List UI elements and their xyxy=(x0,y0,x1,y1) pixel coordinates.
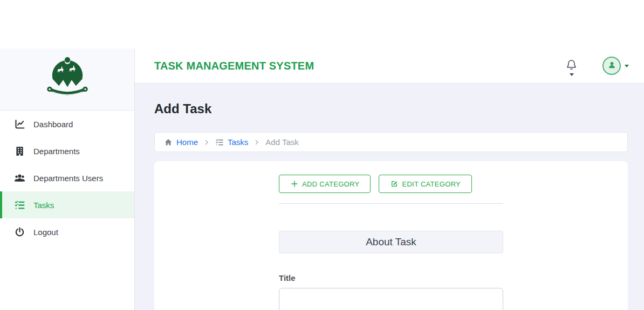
breadcrumb-home-link[interactable]: Home xyxy=(164,137,198,147)
sidebar-item-label: Logout xyxy=(33,228,58,237)
title-field-label: Title xyxy=(279,273,503,283)
add-category-label: ADD CATEGORY xyxy=(302,180,359,188)
home-icon xyxy=(164,138,173,147)
page-title: Add Task xyxy=(154,101,628,116)
chart-line-icon xyxy=(14,119,25,130)
task-list-icon xyxy=(215,138,224,147)
add-category-button[interactable]: ADD CATEGORY xyxy=(279,175,371,193)
sidebar-item-logout[interactable]: Logout xyxy=(0,218,134,245)
breadcrumb-tasks-link[interactable]: Tasks xyxy=(215,137,248,147)
government-emblem-logo xyxy=(46,54,89,104)
about-task-section-title: About Task xyxy=(279,231,503,253)
plus-icon xyxy=(290,180,299,188)
user-menu-button[interactable] xyxy=(602,57,621,75)
main-content: Add Task Home xyxy=(135,84,644,310)
breadcrumb-current: Add Task xyxy=(265,137,298,147)
sidebar-item-dashboard[interactable]: Dashboard xyxy=(0,111,134,137)
sidebar-item-label: Departments Users xyxy=(33,174,103,183)
sidebar-item-label: Departments xyxy=(33,147,80,156)
chevron-right-icon xyxy=(203,139,210,146)
sidebar: Dashboard Departments Departments Users xyxy=(0,49,135,310)
app-title: TASK MANAGEMENT SYSTEM xyxy=(154,60,314,72)
sidebar-item-departments[interactable]: Departments xyxy=(0,137,134,164)
top-header: TASK MANAGEMENT SYSTEM xyxy=(135,49,644,84)
breadcrumb: Home Tasks Add Task xyxy=(154,132,628,152)
bell-icon xyxy=(565,59,578,73)
breadcrumb-label: Home xyxy=(176,137,198,147)
add-task-card: ADD CATEGORY EDIT CATEGORY About Task Ti… xyxy=(154,161,628,310)
breadcrumb-label: Tasks xyxy=(228,137,248,147)
sidebar-logo-area xyxy=(0,49,134,111)
chevron-right-icon xyxy=(253,139,261,146)
person-icon xyxy=(607,60,616,72)
edit-category-button[interactable]: EDIT CATEGORY xyxy=(379,175,472,193)
title-input[interactable] xyxy=(279,288,503,310)
edit-category-label: EDIT CATEGORY xyxy=(402,180,461,188)
caret-down-icon[interactable] xyxy=(625,65,629,67)
building-icon xyxy=(14,146,25,157)
divider xyxy=(279,203,503,204)
caret-down-icon xyxy=(570,73,574,76)
edit-pencil-square-icon xyxy=(390,180,399,188)
users-icon xyxy=(14,173,25,184)
task-list-icon xyxy=(14,199,25,211)
power-icon xyxy=(14,226,25,238)
sidebar-item-tasks[interactable]: Tasks xyxy=(0,191,134,218)
sidebar-item-departments-users[interactable]: Departments Users xyxy=(0,164,134,191)
sidebar-item-label: Dashboard xyxy=(33,120,73,129)
notifications-button[interactable] xyxy=(565,59,578,73)
sidebar-item-label: Tasks xyxy=(33,201,54,210)
